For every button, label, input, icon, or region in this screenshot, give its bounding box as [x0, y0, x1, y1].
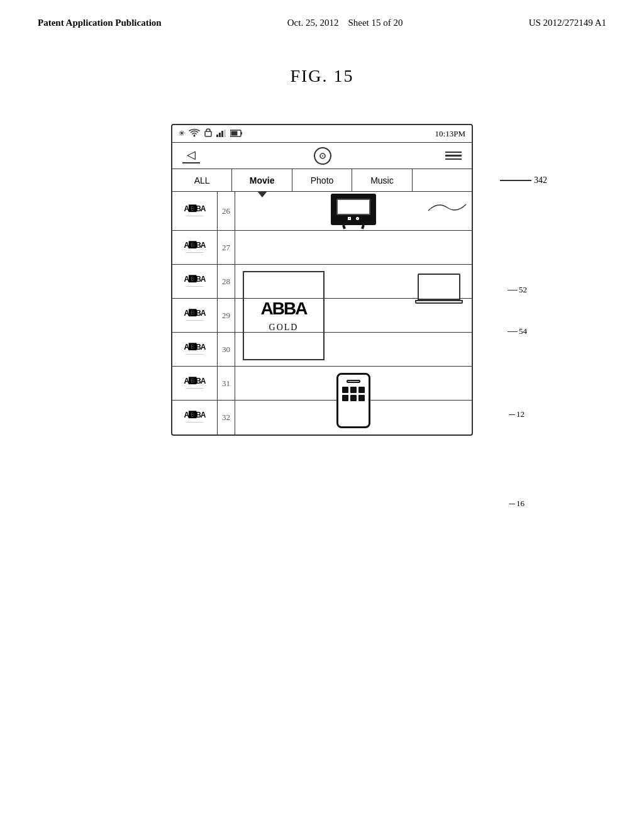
- key-6: [358, 395, 365, 401]
- thumb-label-27: A🅱︎BA: [184, 241, 206, 250]
- key-2: [350, 387, 357, 393]
- svg-rect-4: [221, 131, 223, 137]
- tv-dot-left: [348, 217, 351, 220]
- menu-line-2: [445, 155, 462, 157]
- svg-rect-2: [216, 135, 218, 137]
- patent-header-center: Oct. 25, 2012 Sheet 15 of 20: [287, 18, 403, 28]
- album-title-text: GOLD: [269, 323, 299, 333]
- device-frame: ✳: [171, 124, 473, 436]
- patent-header-right: US 2012/272149 A1: [529, 18, 606, 28]
- status-bar: ✳: [172, 125, 472, 143]
- thumb-29: A🅱︎BA ————: [172, 299, 218, 332]
- thumb-label-31: A🅱︎BA: [184, 377, 206, 385]
- tv-dots: [348, 217, 359, 220]
- tv-legs: [335, 225, 372, 229]
- line-12: [509, 414, 515, 415]
- svg-rect-1: [205, 131, 211, 136]
- annotation-12: 12: [509, 409, 525, 419]
- tab-movie[interactable]: Movie: [232, 169, 292, 191]
- tab-photo[interactable]: Photo: [292, 169, 352, 191]
- wave-decoration-26: [425, 198, 469, 217]
- thumb-sub-30: ————: [186, 351, 204, 357]
- row-num-29: 29: [218, 299, 235, 332]
- diagram-container: ✳: [152, 124, 492, 436]
- content-area: A🅱︎BA ———— 26: [172, 192, 472, 434]
- tab-extra[interactable]: [413, 169, 472, 191]
- thumb-sub-29: ————: [186, 318, 204, 323]
- tv-icon-container: [331, 194, 376, 229]
- thumb-26: A🅱︎BA ————: [172, 192, 218, 230]
- thumb-label-26: A🅱︎BA: [184, 204, 206, 213]
- mobile-keypad: [342, 387, 365, 401]
- thumb-sub-32: ————: [186, 419, 204, 424]
- label-342: 342: [534, 175, 547, 185]
- thumb-sub-26: ————: [186, 213, 204, 218]
- bluetooth-icon: ✳: [179, 129, 185, 138]
- laptop-screen: [418, 274, 460, 300]
- row-num-30: 30: [218, 333, 235, 366]
- menu-line-3: [445, 158, 462, 160]
- key-1: [342, 387, 348, 393]
- label-16: 16: [516, 499, 525, 509]
- thumb-sub-27: ————: [186, 250, 204, 255]
- line-52: [508, 290, 518, 290]
- mobile-overlay: [235, 367, 472, 434]
- screen-lock-icon: [204, 128, 213, 140]
- key-4: [342, 395, 348, 401]
- nav-center-circle-icon[interactable]: [314, 147, 331, 165]
- tab-bar: ALL Movie Photo Music: [172, 169, 472, 192]
- arrow-line-342: [500, 180, 531, 181]
- thumb-label-28: A🅱︎BA: [184, 275, 206, 284]
- tv-screen: [336, 199, 370, 215]
- back-arrow-icon: ◁: [187, 148, 196, 162]
- rows-28-30-group: A🅱︎BA ———— 28 A🅱︎BA ———— 29: [172, 265, 472, 367]
- mobile-speaker: [347, 380, 360, 383]
- svg-rect-3: [219, 133, 221, 137]
- thumb-label-32: A🅱︎BA: [184, 411, 206, 419]
- content-row-26: A🅱︎BA ———— 26: [172, 192, 472, 231]
- annotation-52: 52: [508, 285, 527, 295]
- thumb-sub-28: ————: [186, 284, 204, 289]
- mobile-body: [336, 373, 370, 428]
- nav-back-line: [182, 162, 200, 163]
- annotation-342: 342: [500, 175, 547, 185]
- svg-rect-7: [241, 132, 242, 135]
- tv-leg-left: [342, 224, 346, 229]
- laptop-base: [415, 300, 463, 304]
- row-content-27: [235, 231, 472, 264]
- thumb-30: A🅱︎BA ————: [172, 333, 218, 366]
- tv-body: [331, 194, 376, 225]
- nav-bar: ◁: [172, 143, 472, 169]
- rows-31-32-group: A🅱︎BA ———— 31 A🅱︎BA ———— 32: [172, 367, 472, 434]
- svg-point-10: [322, 155, 323, 157]
- album-artist-text: ABBA: [261, 299, 307, 319]
- album-overlay: ABBA GOLD: [235, 265, 472, 367]
- row-num-27: 27: [218, 231, 235, 264]
- label-52: 52: [519, 285, 527, 295]
- row-num-28: 28: [218, 265, 235, 298]
- thumb-28: A🅱︎BA ————: [172, 265, 218, 298]
- thumb-32: A🅱︎BA ————: [172, 401, 218, 434]
- signal-icon: [216, 130, 226, 138]
- nav-back[interactable]: ◁: [182, 148, 200, 163]
- line-54: [508, 331, 518, 332]
- wifi-icon: [189, 128, 200, 140]
- row-num-26: 26: [218, 192, 235, 230]
- tab-music[interactable]: Music: [352, 169, 412, 191]
- row-num-31: 31: [218, 367, 235, 400]
- thumb-sub-31: ————: [186, 385, 204, 390]
- tab-all[interactable]: ALL: [172, 169, 232, 191]
- thumb-label-29: A🅱︎BA: [184, 309, 206, 318]
- battery-icon: [230, 130, 243, 138]
- status-time: 10:13PM: [435, 129, 465, 139]
- content-row-27: A🅱︎BA ———— 27: [172, 231, 472, 265]
- patent-header-left: Patent Application Publication: [38, 18, 162, 28]
- tv-dot-right: [356, 217, 359, 220]
- figure-title: FIG. 15: [0, 66, 644, 86]
- thumb-31: A🅱︎BA ————: [172, 367, 218, 400]
- laptop-icon: [418, 274, 463, 304]
- menu-line-1: [445, 152, 462, 153]
- patent-header: Patent Application Publication Oct. 25, …: [0, 0, 644, 28]
- key-5: [350, 395, 357, 401]
- nav-menu-icon[interactable]: [445, 152, 462, 160]
